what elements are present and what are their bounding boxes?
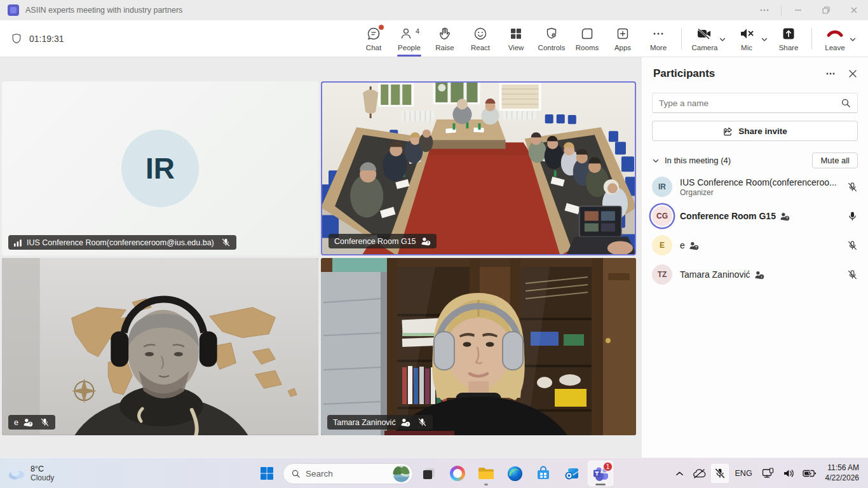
video-tile-ius-room[interactable]: IR IUS Conference Room(conferenceroom@iu… (2, 81, 318, 255)
video-tile-tamara[interactable]: Tamara Zaninović ! (321, 258, 636, 435)
apps-label: Apps (614, 44, 631, 51)
tray-show-hidden-icons-button[interactable] (672, 465, 688, 482)
share-invite-icon (722, 126, 733, 137)
share-invite-button[interactable]: Share invite (652, 121, 858, 141)
tray-time: 11:56 AM (825, 463, 859, 473)
mic-off-icon (40, 417, 50, 427)
participant-search-input[interactable] (659, 98, 841, 108)
outlook-button[interactable] (559, 461, 585, 486)
raise-hand-button[interactable]: Raise (427, 20, 463, 57)
participant-row-ius[interactable]: IR IUS Conference Room(conferenceroo... … (642, 172, 868, 201)
store-button[interactable] (531, 461, 556, 486)
participant-row-tamara[interactable]: TZ Tamara Zaninović ! (642, 260, 868, 289)
mute-all-button[interactable]: Mute all (812, 152, 858, 168)
window-restore-icon (822, 6, 831, 15)
participant-name: Tamara Zaninović (333, 418, 396, 427)
search-icon (841, 98, 851, 108)
tray-mic-muted-button[interactable] (711, 464, 729, 483)
taskbar: 8°C Cloudy 1 (0, 458, 868, 488)
participants-panel: Participants Share invite In this meetin… (642, 57, 868, 458)
signal-strength-icon (14, 239, 22, 247)
tray-language-button[interactable]: ENG (731, 469, 757, 478)
taskbar-search-box[interactable] (283, 463, 413, 484)
window-close-button[interactable] (840, 0, 868, 20)
view-icon (508, 26, 524, 41)
in-this-meeting-label: In this meeting (4) (665, 156, 731, 165)
file-explorer-button[interactable] (473, 461, 499, 486)
tray-battery-button[interactable] (799, 465, 820, 482)
svg-text:?: ? (426, 241, 429, 245)
participant-row-e[interactable]: E e ? (642, 231, 868, 260)
mic-off-icon[interactable] (847, 182, 858, 193)
video-tile-conference-room-g15[interactable]: Conference Room G15 ? (321, 81, 636, 255)
copilot-button[interactable] (445, 461, 470, 486)
edge-button[interactable] (502, 461, 527, 486)
battery-icon (803, 469, 817, 478)
leave-button[interactable]: Leave (817, 26, 853, 51)
chat-button[interactable]: Chat (356, 20, 391, 57)
rooms-icon (580, 26, 595, 41)
share-invite-label: Share invite (738, 126, 787, 136)
start-icon (259, 466, 275, 481)
window-minimize-button[interactable] (784, 0, 812, 20)
mic-off-icon[interactable] (847, 269, 858, 280)
camera-off-icon (696, 26, 714, 41)
chat-notification-dot (379, 25, 384, 30)
people-icon (399, 26, 414, 41)
person-alert-icon: ! (754, 270, 764, 280)
panel-close-button[interactable] (848, 69, 858, 79)
window-restore-button[interactable] (812, 0, 840, 20)
video-tile-e[interactable]: e ? (2, 258, 318, 435)
participant-search-field[interactable] (652, 93, 858, 113)
tray-volume-button[interactable] (780, 464, 797, 482)
tray-clock[interactable]: 11:56 AM 4/22/2026 (822, 463, 863, 483)
search-icon (291, 469, 301, 478)
participant-row-cg[interactable]: CG Conference Room G15 ? (642, 201, 868, 231)
share-button[interactable]: Share (771, 20, 806, 57)
copilot-icon (450, 466, 465, 481)
person-question-icon: ? (23, 417, 33, 427)
participant-name-pill: Tamara Zaninović ! (327, 415, 433, 430)
person-alert-icon: ! (400, 417, 410, 427)
avatar: TZ (652, 264, 672, 285)
teams-button[interactable]: 1 (588, 461, 613, 486)
participant-name: e (14, 418, 18, 427)
mic-button[interactable]: Mic (729, 26, 764, 51)
mic-off-icon[interactable] (847, 240, 858, 251)
react-button[interactable]: React (463, 20, 498, 57)
mic-on-icon[interactable] (847, 211, 858, 222)
weather-widget[interactable]: 8°C Cloudy (8, 464, 54, 482)
task-view-button[interactable] (416, 461, 442, 486)
start-button[interactable] (254, 461, 280, 486)
raise-label: Raise (435, 44, 454, 51)
close-icon (848, 69, 858, 79)
file-explorer-icon (478, 466, 494, 480)
panel-more-button[interactable] (825, 68, 836, 79)
search-highlight-thumbnail[interactable] (393, 465, 410, 482)
mic-off-icon (221, 238, 231, 247)
weather-temp: 8°C (31, 464, 54, 473)
controls-button[interactable]: Controls (534, 20, 569, 57)
participant-name: Tamara Zaninović (680, 269, 750, 280)
react-icon (473, 26, 488, 41)
svg-text:!: ! (407, 422, 408, 426)
taskbar-search-input[interactable] (306, 469, 388, 478)
more-button[interactable]: More (641, 20, 676, 57)
tray-onedrive-paused-button[interactable] (689, 464, 709, 483)
camera-button[interactable]: Camera (687, 26, 722, 51)
rooms-button[interactable]: Rooms (569, 20, 605, 57)
participant-name-pill: IUS Conference Room(conferenceroom@ius.e… (8, 235, 236, 250)
react-label: React (471, 44, 490, 51)
view-button[interactable]: View (498, 20, 534, 57)
participant-role: Organizer (680, 188, 837, 197)
chevron-down-icon[interactable] (652, 157, 660, 165)
people-button[interactable]: 4 People (391, 20, 427, 57)
apps-button[interactable]: Apps (605, 20, 641, 57)
controls-icon (544, 26, 559, 41)
participant-name: e (680, 240, 685, 250)
svg-text:?: ? (695, 245, 697, 249)
chevron-up-icon (675, 469, 684, 478)
tray-network-button[interactable] (759, 464, 778, 483)
view-label: View (508, 44, 524, 51)
window-more-button[interactable] (750, 0, 778, 20)
